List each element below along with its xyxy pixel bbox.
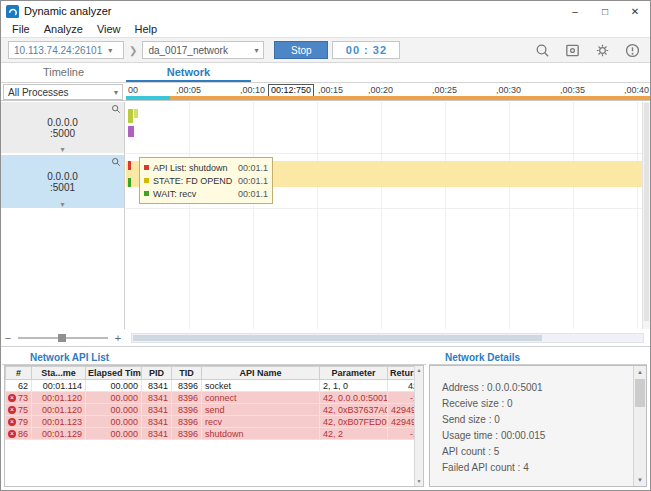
zoom-slider[interactable] bbox=[18, 337, 108, 339]
tab-network[interactable]: Network bbox=[126, 63, 251, 82]
col-pid[interactable]: PID bbox=[142, 367, 172, 380]
zoom-icon[interactable] bbox=[111, 157, 121, 167]
socket-port: :5001 bbox=[50, 182, 75, 193]
search-icon[interactable] bbox=[531, 40, 553, 60]
api-table-row[interactable]: 62 00:01.114 00.000 8341 8396 socket 2, … bbox=[6, 380, 422, 392]
zoom-out-button[interactable]: − bbox=[1, 332, 15, 344]
row-num-value: 86 bbox=[18, 429, 28, 439]
collapse-arrow-icon[interactable] bbox=[60, 145, 64, 154]
ruler-tick: ,00:05 bbox=[176, 85, 201, 95]
col-parameter[interactable]: Parameter bbox=[320, 367, 388, 380]
api-block[interactable] bbox=[128, 126, 134, 137]
tooltip-label: WAIT: recv bbox=[153, 189, 234, 199]
close-button[interactable]: ✕ bbox=[620, 2, 650, 21]
api-table-header-row[interactable]: # Sta...me Elapsed Time PID TID API Name… bbox=[6, 367, 422, 380]
scroll-up-icon[interactable] bbox=[634, 366, 646, 378]
failed-api-tick[interactable] bbox=[128, 161, 131, 170]
socket-row-5001[interactable]: 0.0.0.0 :5001 bbox=[1, 155, 124, 209]
chart-vertical-scrollbar[interactable] bbox=[642, 102, 650, 329]
toolbar: 10.113.74.24:26101 da_0017_network Stop … bbox=[1, 37, 650, 63]
maximize-button[interactable]: □ bbox=[590, 2, 620, 21]
menu-help[interactable]: Help bbox=[128, 23, 165, 35]
api-list-color-icon bbox=[144, 165, 149, 170]
timeline-plot[interactable]: API List: shutdown 00:01.1 STATE: FD OPE… bbox=[126, 102, 642, 329]
row-api-name: socket bbox=[202, 380, 320, 392]
row-pid: 8341 bbox=[142, 380, 172, 392]
timeline-ruler-row: All Processes 00 ,00:05 ,00:10 ,00:15 ,0… bbox=[1, 83, 650, 101]
detail-send-size: Send size : 0 bbox=[442, 412, 634, 427]
process-filter-select[interactable]: All Processes bbox=[3, 84, 123, 100]
loaded-range-bar bbox=[126, 96, 170, 100]
time-ruler[interactable]: 00 ,00:05 ,00:10 ,00:15 ,00:20 ,00:25 ,0… bbox=[126, 83, 650, 101]
row-num-value: 73 bbox=[18, 393, 28, 403]
error-icon bbox=[8, 418, 16, 426]
network-api-list-panel: Network API List # Sta...me Elapsed Time… bbox=[2, 347, 426, 489]
scroll-down-icon[interactable] bbox=[415, 477, 423, 486]
state-block[interactable] bbox=[128, 109, 133, 123]
main-tabs: Timeline Network bbox=[1, 63, 650, 83]
row-start: 00:01.114 bbox=[32, 380, 86, 392]
col-elapsed-time[interactable]: Elapsed Time bbox=[86, 367, 142, 380]
chevron-down-icon bbox=[108, 46, 112, 55]
plot-row-5001: API List: shutdown 00:01.1 STATE: FD OPE… bbox=[126, 155, 642, 209]
state-color-icon bbox=[144, 178, 149, 183]
ruler-tick: ,00:20 bbox=[368, 85, 393, 95]
menu-view[interactable]: View bbox=[90, 23, 128, 35]
row-num-value: 75 bbox=[18, 405, 28, 415]
app-selector-value: da_0017_network bbox=[148, 45, 248, 56]
api-table-scrollbar[interactable] bbox=[414, 366, 423, 486]
zoom-icon[interactable] bbox=[111, 104, 121, 114]
plot-row-5000 bbox=[126, 102, 642, 154]
api-table-row[interactable]: 75 00:01.120 00.000 8341 8396 send 42, 0… bbox=[6, 404, 422, 416]
col-tid[interactable]: TID bbox=[172, 367, 202, 380]
col-start-time[interactable]: Sta...me bbox=[32, 367, 86, 380]
zoom-in-button[interactable]: + bbox=[111, 332, 125, 344]
col-num[interactable]: # bbox=[6, 367, 32, 380]
row-parameter: 42, 0.0.0.0:5001 bbox=[320, 392, 388, 404]
scroll-down-icon[interactable] bbox=[634, 474, 646, 486]
stop-button[interactable]: Stop bbox=[274, 41, 328, 59]
socket-row-5000[interactable]: 0.0.0.0 :5000 bbox=[1, 102, 124, 154]
device-selector[interactable]: 10.113.74.24:26101 bbox=[8, 41, 124, 59]
row-start: 00:01.123 bbox=[32, 416, 86, 428]
detail-usage-time: Usage time : 00:00.015 bbox=[442, 428, 634, 443]
state-block[interactable] bbox=[134, 109, 138, 118]
settings-gear-icon[interactable] bbox=[591, 40, 613, 60]
row-num-value: 62 bbox=[18, 381, 28, 391]
col-api-name[interactable]: API Name bbox=[202, 367, 320, 380]
minimize-button[interactable]: – bbox=[560, 2, 590, 21]
chart-tooltip: API List: shutdown 00:01.1 STATE: FD OPE… bbox=[139, 157, 273, 204]
row-parameter: 2, 1, 0 bbox=[320, 380, 388, 392]
tab-timeline[interactable]: Timeline bbox=[1, 63, 126, 82]
row-parameter: 42, 2 bbox=[320, 428, 388, 440]
scrollbar-thumb[interactable] bbox=[635, 379, 645, 407]
trace-timer: 00 : 32 bbox=[332, 41, 400, 59]
details-scrollbar[interactable] bbox=[633, 366, 646, 486]
api-table-row[interactable]: 73 00:01.120 00.000 8341 8396 connect 42… bbox=[6, 392, 422, 404]
zoom-slider-handle[interactable] bbox=[58, 334, 66, 342]
info-icon[interactable] bbox=[621, 40, 643, 60]
fit-to-screen-icon[interactable] bbox=[561, 40, 583, 60]
row-tid: 8396 bbox=[172, 392, 202, 404]
socket-list-column: 0.0.0.0 :5000 0.0.0.0 :5001 bbox=[1, 102, 125, 329]
menu-file[interactable]: File bbox=[5, 23, 37, 35]
api-table-row[interactable]: 79 00:01.123 00.000 8341 8396 recv 42, 0… bbox=[6, 416, 422, 428]
chevron-down-icon bbox=[254, 46, 258, 55]
menu-analyze[interactable]: Analyze bbox=[37, 23, 90, 35]
wait-tick[interactable] bbox=[128, 178, 131, 187]
row-elapsed: 00.000 bbox=[86, 404, 142, 416]
app-selector[interactable]: da_0017_network bbox=[142, 41, 264, 59]
row-num: 75 bbox=[6, 404, 32, 416]
scroll-up-icon[interactable] bbox=[415, 366, 423, 375]
row-elapsed: 00.000 bbox=[86, 428, 142, 440]
api-table-row[interactable]: 86 00:01.129 00.000 8341 8396 shutdown 4… bbox=[6, 428, 422, 440]
detail-api-count: API count : 5 bbox=[442, 444, 634, 459]
window-title: Dynamic analyzer bbox=[24, 5, 560, 17]
row-num: 73 bbox=[6, 392, 32, 404]
collapse-arrow-icon[interactable] bbox=[60, 200, 64, 209]
error-icon bbox=[8, 406, 16, 414]
tooltip-label: API List: shutdown bbox=[153, 163, 234, 173]
detail-address: Address : 0.0.0.0:5001 bbox=[442, 380, 634, 395]
chart-horizontal-scrollbar[interactable] bbox=[131, 333, 644, 343]
ruler-tick: ,00:10 bbox=[240, 85, 265, 95]
